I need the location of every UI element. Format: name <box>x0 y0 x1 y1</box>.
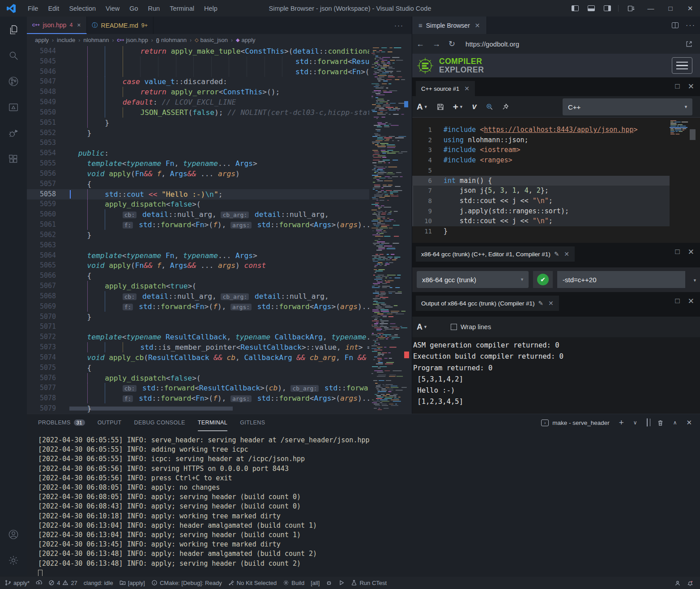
code-line-5072[interactable]: 5072template<typename ResultCallback, ty… <box>27 332 369 342</box>
status-cmake-build[interactable]: Build <box>280 576 307 589</box>
close-icon[interactable]: ✕ <box>464 85 470 92</box>
status-cmake-launch[interactable] <box>335 576 348 589</box>
close-icon[interactable]: ✕ <box>680 0 700 17</box>
extensions-icon[interactable] <box>0 146 27 172</box>
code-line-5068[interactable]: 5068cb: detail::null_arg, cb_arg: detail… <box>27 291 369 301</box>
close-icon[interactable]: ✕ <box>548 300 554 307</box>
panel-tab-problems[interactable]: PROBLEMS31 <box>38 414 85 431</box>
toggle-secondary-sidebar-icon[interactable] <box>604 5 611 11</box>
code-line-5077[interactable]: 5077cb: std::forward<ResultCallback>(cb)… <box>27 383 369 393</box>
url-input[interactable]: https://godbolt.org <box>465 40 519 48</box>
ce-code-line-5[interactable]: 5 <box>412 165 670 176</box>
split-terminal-icon[interactable] <box>647 419 648 427</box>
open-external-icon[interactable] <box>685 40 693 48</box>
maximize-pane-icon[interactable]: □ <box>675 297 679 306</box>
code-line-5045[interactable]: 5045std::forward<ResultCallback>(cb), <box>27 56 369 67</box>
vim-mode-icon[interactable]: v <box>472 102 477 111</box>
code-line-5053[interactable]: 5053 <box>27 138 369 148</box>
ce-code-line-4[interactable]: 4#include <ranges> <box>412 155 670 165</box>
reload-icon[interactable]: ↻ <box>448 39 455 49</box>
code-line-5073[interactable]: 5073std::is_member_pointer<ResultCallbac… <box>27 342 369 352</box>
terminal-picker[interactable]: › make - serve_header <box>541 420 610 426</box>
new-terminal-icon[interactable]: + <box>619 418 624 428</box>
breadcrumb-item-basic_json[interactable]: ◇basic_json <box>195 37 228 43</box>
menu-help[interactable]: Help <box>199 5 222 12</box>
panel-tab-output[interactable]: OUTPUT <box>98 414 122 431</box>
maximize-panel-icon[interactable]: ∧ <box>673 420 677 426</box>
status-cmake-folder[interactable]: [apply] <box>116 576 148 589</box>
code-line-5049[interactable]: 5049default: // LCOV_EXCL_LINE <box>27 97 369 107</box>
menu-file[interactable]: File <box>23 5 43 12</box>
close-pane-icon[interactable]: ✕ <box>688 82 694 91</box>
ce-code-line-7[interactable]: 7 json j{5, 3, 1, 4, 2}; <box>412 186 670 196</box>
code-line-5063[interactable]: 5063 <box>27 240 369 250</box>
minimap[interactable] <box>369 46 407 414</box>
more-actions-icon[interactable]: ··· <box>686 21 696 30</box>
panel-tab-debug-console[interactable]: DEBUG CONSOLE <box>134 414 185 431</box>
font-size-icon[interactable]: A▼ <box>417 322 427 332</box>
code-line-5076[interactable]: 5076apply_dispatch<false>( <box>27 373 369 383</box>
code-line-5056[interactable]: 5056void apply(Fn&& f, Args&& ... args) <box>27 169 369 179</box>
breadcrumb-item-include[interactable]: include <box>57 37 75 43</box>
settings-gear-icon[interactable] <box>0 547 27 573</box>
code-line-5052[interactable]: 5052} <box>27 128 369 138</box>
ce-code-line-9[interactable]: 9 j.apply(std::ranges::sort); <box>412 206 670 216</box>
close-icon[interactable]: ✕ <box>564 250 569 258</box>
tab-README.md[interactable]: ⓘREADME.md9+ <box>87 17 154 34</box>
code-line-5047[interactable]: 5047case value_t::discarded: <box>27 76 369 87</box>
search-icon[interactable] <box>0 42 27 68</box>
close-icon[interactable]: × <box>77 21 81 29</box>
code-line-5057[interactable]: 5057{ <box>27 179 369 189</box>
panel-tab-gitlens[interactable]: GITLENS <box>240 414 265 431</box>
code-line-5070[interactable]: 5070} <box>27 312 369 322</box>
ce-output-tab[interactable]: Output of x86-64 gcc (trunk) (Compiler #… <box>416 296 559 311</box>
status-cmake-kit[interactable]: No Kit Selected <box>225 576 280 589</box>
ce-code-line-11[interactable]: 11} <box>412 226 670 237</box>
status-problems-summary[interactable]: 427 <box>45 576 81 589</box>
code-line-5079[interactable]: 5079} <box>27 403 369 414</box>
ce-code-line-6[interactable]: 6int main() { <box>412 176 670 186</box>
status-publish-changes[interactable] <box>33 576 45 589</box>
ce-source-editor[interactable]: 1#include <https://localhost:8443/apply/… <box>412 118 700 243</box>
code-line-5074[interactable]: 5074void apply_cb(ResultCallback && cb, … <box>27 352 369 363</box>
split-editor-icon[interactable] <box>672 22 679 28</box>
status-cmake-debug[interactable] <box>323 576 335 589</box>
breadcrumb-item-nlohmann[interactable]: nlohmann <box>83 37 109 43</box>
close-pane-icon[interactable]: ✕ <box>688 247 694 257</box>
ce-scrollbar[interactable] <box>690 129 696 140</box>
edit-icon[interactable]: ✎ <box>538 300 543 307</box>
minimize-icon[interactable]: — <box>641 0 661 17</box>
menu-terminal[interactable]: Terminal <box>165 5 199 12</box>
forward-icon[interactable]: → <box>432 39 440 49</box>
language-select[interactable]: C++▼ <box>563 98 692 115</box>
status-run-ctest[interactable]: Run CTest <box>348 576 390 589</box>
toggle-sidebar-icon[interactable] <box>572 5 579 11</box>
breadcrumb-item-apply[interactable]: apply <box>35 37 49 43</box>
code-line-5078[interactable]: 5078f: std::forward<Fn>(f), args: std::f… <box>27 393 369 403</box>
code-line-5069[interactable]: 5069f: std::forward<Fn>(f), args: std::f… <box>27 301 369 312</box>
options-dropdown-icon[interactable]: ▼ <box>693 278 697 283</box>
breadcrumb-item-apply[interactable]: ◆apply <box>236 37 256 43</box>
cmake-panel-icon[interactable] <box>0 94 27 120</box>
tab-simple-browser[interactable]: ≡ Simple Browser ✕ <box>412 17 487 34</box>
menu-edit[interactable]: Edit <box>43 5 64 12</box>
code-line-5075[interactable]: 5075{ <box>27 363 369 373</box>
ce-code-line-10[interactable]: 10 std::cout << j << "\n"; <box>412 216 670 226</box>
hamburger-menu-icon[interactable] <box>672 57 692 74</box>
back-icon[interactable]: ← <box>416 39 424 49</box>
close-pane-icon[interactable]: ✕ <box>688 297 694 306</box>
breadcrumb-item-nlohmann[interactable]: {}nlohmann <box>156 37 187 43</box>
ce-code-line-3[interactable]: 3#include <iostream> <box>412 145 670 155</box>
terminal-dropdown-icon[interactable]: ∨ <box>633 420 637 426</box>
ce-code-line-1[interactable]: 1#include <https://localhost:8443/apply/… <box>412 125 670 135</box>
code-line-5064[interactable]: 5064template<typename Fn, typename... Ar… <box>27 250 369 261</box>
code-line-5059[interactable]: 5059apply_dispatch<false>( <box>27 199 369 209</box>
editor-more-actions-icon[interactable]: ··· <box>394 17 404 34</box>
code-line-5058[interactable]: 5058std::cout << "Hello :-)\n"; <box>27 189 369 199</box>
toggle-panel-icon[interactable] <box>588 5 595 11</box>
maximize-pane-icon[interactable]: □ <box>675 247 679 257</box>
code-line-5054[interactable]: 5054public: <box>27 148 369 158</box>
explorer-icon[interactable] <box>0 17 27 42</box>
code-line-5062[interactable]: 5062} <box>27 230 369 240</box>
ce-source-tab[interactable]: C++ source #1 ✕ <box>416 81 475 96</box>
